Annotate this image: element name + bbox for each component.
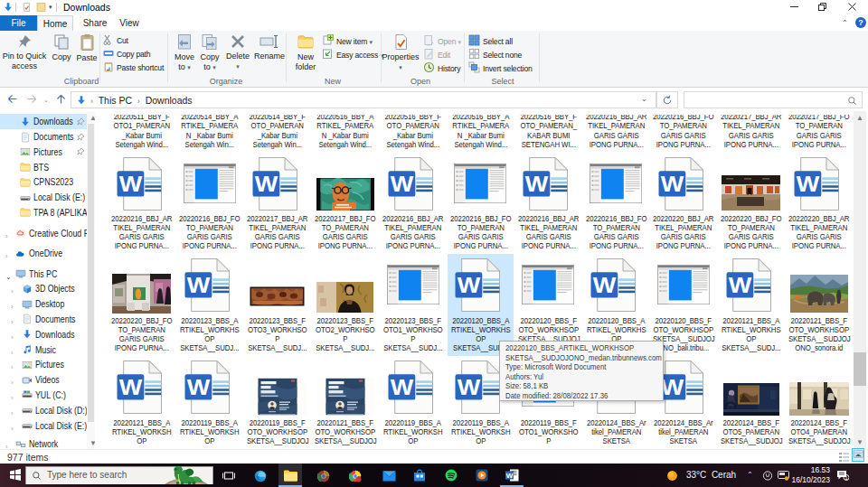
svg-text:W: W xyxy=(506,472,514,480)
